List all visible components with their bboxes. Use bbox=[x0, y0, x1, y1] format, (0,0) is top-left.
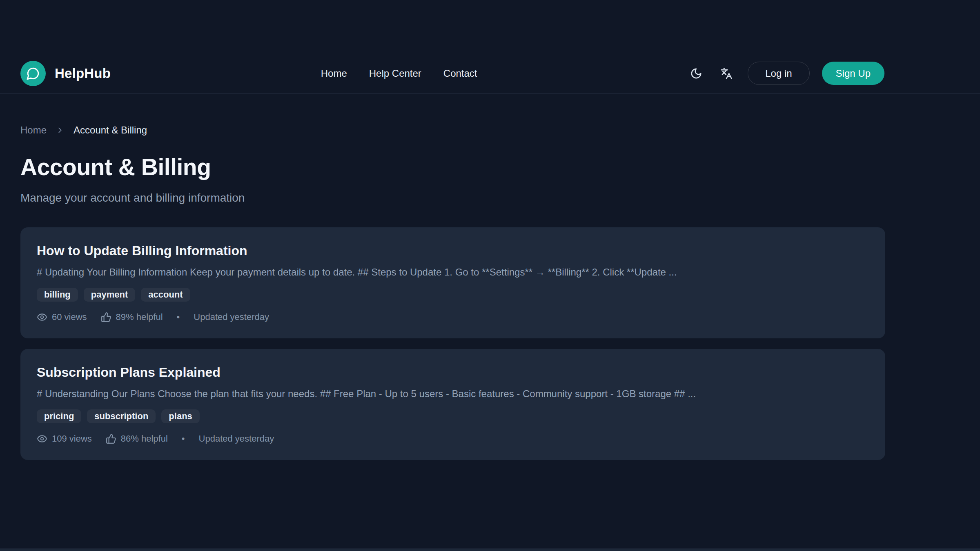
article-excerpt: # Understanding Our Plans Choose the pla… bbox=[37, 387, 869, 400]
breadcrumb: Home Account & Billing bbox=[20, 124, 885, 136]
main-nav: Home Help Center Contact bbox=[111, 68, 687, 79]
tag-badge[interactable]: plans bbox=[161, 409, 199, 423]
header-controls: Log in Sign Up bbox=[687, 62, 884, 85]
article-card-billing-info[interactable]: How to Update Billing Information # Upda… bbox=[20, 227, 885, 338]
thumbs-up-icon bbox=[101, 312, 111, 322]
top-spacer bbox=[0, 0, 980, 53]
updated-label: Updated yesterday bbox=[194, 311, 269, 323]
tag-badge[interactable]: account bbox=[141, 288, 190, 302]
tag-row: pricing subscription plans bbox=[37, 409, 869, 423]
views-label: 109 views bbox=[52, 433, 92, 444]
signup-button[interactable]: Sign Up bbox=[822, 62, 884, 85]
nav-link-contact[interactable]: Contact bbox=[443, 68, 477, 79]
meta-separator: • bbox=[182, 433, 185, 444]
speech-bubble-icon bbox=[26, 67, 40, 80]
article-card-subscription-plans[interactable]: Subscription Plans Explained # Understan… bbox=[20, 349, 885, 460]
views-count: 60 views bbox=[37, 311, 87, 323]
article-meta: 109 views 86% helpful • Updated yesterda… bbox=[37, 433, 869, 444]
page-subtitle: Manage your account and billing informat… bbox=[20, 190, 885, 206]
helpful-label: 89% helpful bbox=[116, 311, 163, 323]
nav-link-home[interactable]: Home bbox=[321, 68, 347, 79]
article-title[interactable]: How to Update Billing Information bbox=[37, 243, 869, 258]
helpful-label: 86% helpful bbox=[121, 433, 168, 444]
language-switcher[interactable] bbox=[717, 64, 735, 82]
footer-edge bbox=[0, 549, 980, 551]
article-list: How to Update Billing Information # Upda… bbox=[20, 227, 885, 460]
main-content: Home Account & Billing Account & Billing… bbox=[20, 124, 885, 460]
article-meta: 60 views 89% helpful • Updated yesterday bbox=[37, 311, 869, 323]
top-navbar: HelpHub Home Help Center Contact Log in … bbox=[0, 53, 980, 93]
brand-name: HelpHub bbox=[55, 66, 111, 81]
moon-icon bbox=[690, 67, 702, 80]
tag-badge[interactable]: billing bbox=[37, 288, 78, 302]
eye-icon bbox=[37, 312, 47, 322]
views-count: 109 views bbox=[37, 433, 92, 444]
article-title[interactable]: Subscription Plans Explained bbox=[37, 364, 869, 380]
brand[interactable]: HelpHub bbox=[20, 61, 111, 86]
languages-icon bbox=[720, 67, 733, 80]
eye-icon bbox=[37, 433, 47, 444]
views-label: 60 views bbox=[52, 311, 87, 323]
meta-separator: • bbox=[177, 311, 180, 323]
article-excerpt: # Updating Your Billing Information Keep… bbox=[37, 266, 869, 279]
helpful-rating: 89% helpful bbox=[101, 311, 163, 323]
thumbs-up-icon bbox=[106, 433, 116, 444]
login-button[interactable]: Log in bbox=[748, 62, 809, 85]
tag-badge[interactable]: subscription bbox=[87, 409, 156, 423]
page-title: Account & Billing bbox=[20, 153, 885, 181]
chevron-right-icon bbox=[56, 126, 65, 135]
tag-badge[interactable]: pricing bbox=[37, 409, 81, 423]
updated-label: Updated yesterday bbox=[199, 433, 274, 444]
tag-row: billing payment account bbox=[37, 288, 869, 302]
helphub-logo bbox=[20, 61, 46, 86]
tag-badge[interactable]: payment bbox=[84, 288, 135, 302]
nav-link-help-center[interactable]: Help Center bbox=[369, 68, 421, 79]
breadcrumb-current: Account & Billing bbox=[74, 124, 147, 136]
breadcrumb-home-link[interactable]: Home bbox=[20, 124, 47, 136]
dark-mode-toggle[interactable] bbox=[687, 64, 705, 82]
helpful-rating: 86% helpful bbox=[106, 433, 168, 444]
